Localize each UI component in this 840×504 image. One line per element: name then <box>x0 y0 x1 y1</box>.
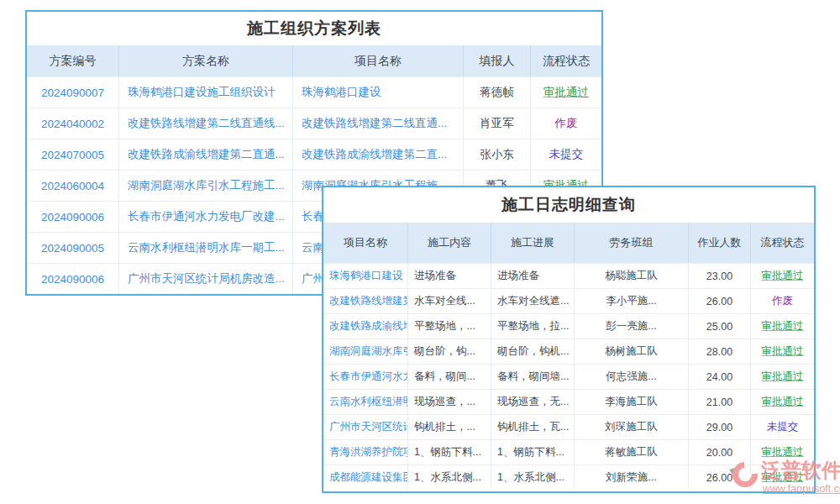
status-cell[interactable]: 未提交 <box>531 139 601 170</box>
daily-log-header-content: 施工内容 <box>408 223 491 263</box>
status-cell[interactable]: 审批通过 <box>751 365 814 389</box>
plan-name-cell[interactable]: 改建铁路线增建第二线直通线... <box>119 108 293 139</box>
plan-id-cell[interactable]: 2024090007 <box>27 77 119 108</box>
project-name-cell[interactable]: 珠海鹤港口建设 <box>293 77 464 108</box>
status-cell[interactable]: 未提交 <box>751 415 814 439</box>
work-progress-cell: 1、钢筋下料... <box>491 440 575 465</box>
worker-count-cell: 28.00 <box>689 339 751 364</box>
labor-team-cell: 彭一亮施... <box>575 314 689 339</box>
daily-log-title: 施工日志明细查询 <box>323 187 814 223</box>
project-name-cell[interactable]: 改建铁路线增建第二线直通线 <box>323 289 408 313</box>
work-progress-cell: 钩机排土，瓦... <box>491 415 575 439</box>
work-content-cell: 1、钢筋下料... <box>408 440 491 465</box>
work-content-cell: 水车对全线... <box>408 289 491 313</box>
plan-list-row[interactable]: 2024090007 珠海鹤港口建设施工组织设计 珠海鹤港口建设 蒋德帧 审批通… <box>27 76 601 108</box>
work-content-cell: 1、水系北侧... <box>408 465 491 490</box>
plan-list-header-id: 方案编号 <box>27 45 119 76</box>
screen: 施工组织方案列表 方案编号 方案名称 项目名称 填报人 流程状态 2024090… <box>0 0 840 504</box>
daily-log-header-status: 流程状态 <box>751 223 814 263</box>
labor-team-cell: 何志强施... <box>575 365 689 389</box>
plan-name-cell[interactable]: 长春市伊通河水力发电厂改建... <box>119 202 293 232</box>
daily-log-row[interactable]: 云南水利枢纽潜明水库 现场巡查，... 现场巡查，无... 李海施工队 21.0… <box>323 389 814 414</box>
daily-log-row[interactable]: 改建铁路成渝线增建第二直通 平整场地，... 平整场地，拉... 彭一亮施...… <box>323 313 814 339</box>
reporter-cell: 张小东 <box>464 139 531 170</box>
plan-id-cell[interactable]: 2024090006 <box>27 202 119 232</box>
plan-id-cell[interactable]: 2024090006 <box>27 264 119 294</box>
vendor-watermark: 泛普软件 www.fanpusoft.com <box>721 449 840 499</box>
work-progress-cell: 现场巡查，无... <box>491 390 575 414</box>
work-progress-cell: 1、水系北侧... <box>491 465 575 490</box>
vendor-brand-text: 泛普软件 <box>761 457 840 484</box>
worker-count-cell: 26.00 <box>689 289 751 313</box>
daily-log-row[interactable]: 珠海鹤港口建设 进场准备 进场准备 杨聪施工队 23.00 审批通过 <box>323 263 814 288</box>
project-name-cell[interactable]: 改建铁路成渝线增建第二直... <box>293 139 464 170</box>
status-cell[interactable]: 审批通过 <box>531 77 601 108</box>
project-name-cell[interactable]: 云南水利枢纽潜明水库 <box>323 390 408 414</box>
work-progress-cell: 备料，砌间墙... <box>491 365 575 389</box>
status-cell[interactable]: 作废 <box>751 289 814 313</box>
labor-team-cell: 杨聪施工队 <box>575 264 689 288</box>
plan-list-header-status: 流程状态 <box>531 45 601 76</box>
plan-list-header-row: 方案编号 方案名称 项目名称 填报人 流程状态 <box>27 45 601 76</box>
worker-count-cell: 24.00 <box>689 365 751 389</box>
work-content-cell: 备料，砌间... <box>408 365 491 389</box>
project-name-cell[interactable]: 珠海鹤港口建设 <box>323 264 408 288</box>
plan-name-cell[interactable]: 湖南洞庭湖水库引水工程施工... <box>119 171 293 201</box>
plan-id-cell[interactable]: 2024090005 <box>27 233 119 263</box>
daily-log-header-project: 项目名称 <box>323 223 408 263</box>
daily-log-header-team: 劳务班组 <box>575 223 689 263</box>
daily-log-row[interactable]: 改建铁路线增建第二线直通线 水车对全线... 水车对全线遮... 李小平施...… <box>323 288 814 313</box>
daily-log-header-progress: 施工进展 <box>491 223 575 263</box>
worker-count-cell: 21.00 <box>689 390 751 414</box>
status-cell[interactable]: 审批通过 <box>751 314 814 339</box>
work-content-cell: 砌台阶，钩... <box>408 339 491 364</box>
vendor-url-link[interactable]: www.fanpusoft.com <box>763 483 840 495</box>
status-cell[interactable]: 审批通过 <box>751 264 814 288</box>
daily-log-header-row: 项目名称 施工内容 施工进展 劳务班组 作业人数 流程状态 <box>323 223 814 263</box>
project-name-cell[interactable]: 青海洪湖养护院项目 <box>323 440 408 465</box>
labor-team-cell: 蒋敏施工队 <box>575 440 689 465</box>
labor-team-cell: 刘琛施工队 <box>575 415 689 439</box>
plan-list-row[interactable]: 2024070005 改建铁路成渝线增建第二直通... 改建铁路成渝线增建第二直… <box>27 139 601 170</box>
daily-log-window: 施工日志明细查询 项目名称 施工内容 施工进展 劳务班组 作业人数 流程状态 珠… <box>322 186 816 493</box>
plan-name-cell[interactable]: 改建铁路成渝线增建第二直通... <box>119 139 293 170</box>
reporter-cell: 肖亚军 <box>464 108 531 139</box>
plan-name-cell[interactable]: 广州市天河区统计局机房改造... <box>119 264 293 294</box>
project-name-cell[interactable]: 改建铁路成渝线增建第二直通 <box>323 314 408 339</box>
plan-list-header-plan: 方案名称 <box>119 45 293 76</box>
worker-count-cell: 25.00 <box>689 314 751 339</box>
plan-name-cell[interactable]: 珠海鹤港口建设施工组织设计 <box>119 77 293 108</box>
status-cell[interactable]: 审批通过 <box>751 390 814 414</box>
daily-log-row[interactable]: 长春市伊通河水力发电厂 备料，砌间... 备料，砌间墙... 何志强施... 2… <box>323 364 814 389</box>
work-content-cell: 平整场地，... <box>408 314 491 339</box>
project-name-cell[interactable]: 湖南洞庭湖水库引水工程 <box>323 339 408 364</box>
plan-id-cell[interactable]: 2024060004 <box>27 171 119 201</box>
plan-id-cell[interactable]: 2024040002 <box>27 108 119 139</box>
project-name-cell[interactable]: 长春市伊通河水力发电厂 <box>323 365 408 389</box>
work-progress-cell: 平整场地，拉... <box>491 314 575 339</box>
worker-count-cell: 23.00 <box>689 264 751 288</box>
work-content-cell: 进场准备 <box>408 264 491 288</box>
labor-team-cell: 李海施工队 <box>575 390 689 414</box>
plan-list-title: 施工组织方案列表 <box>27 12 601 45</box>
work-content-cell: 钩机排土，... <box>408 415 491 439</box>
project-name-cell[interactable]: 成都能源建设集团 <box>323 465 408 490</box>
plan-list-header-reporter: 填报人 <box>464 45 531 76</box>
work-progress-cell: 水车对全线遮... <box>491 289 575 313</box>
labor-team-cell: 李小平施... <box>575 289 689 313</box>
plan-name-cell[interactable]: 云南水利枢纽潜明水库一期工... <box>119 233 293 263</box>
daily-log-row[interactable]: 广州市天河区统计局 钩机排土，... 钩机排土，瓦... 刘琛施工队 29.00… <box>323 414 814 439</box>
plan-id-cell[interactable]: 2024070005 <box>27 139 119 170</box>
status-cell[interactable]: 审批通过 <box>751 339 814 364</box>
daily-log-row[interactable]: 湖南洞庭湖水库引水工程 砌台阶，钩... 砌台阶，钩机... 杨树施工队 28.… <box>323 339 814 364</box>
labor-team-cell: 杨树施工队 <box>575 339 689 364</box>
project-name-cell[interactable]: 改建铁路线增建第二线直通... <box>293 108 464 139</box>
work-content-cell: 现场巡查，... <box>408 390 491 414</box>
reporter-cell: 蒋德帧 <box>464 77 531 108</box>
project-name-cell[interactable]: 广州市天河区统计局 <box>323 415 408 439</box>
status-cell[interactable]: 作废 <box>531 108 601 139</box>
plan-list-row[interactable]: 2024040002 改建铁路线增建第二线直通线... 改建铁路线增建第二线直通… <box>27 108 601 139</box>
work-progress-cell: 砌台阶，钩机... <box>491 339 575 364</box>
daily-log-header-workers: 作业人数 <box>689 223 751 263</box>
plan-list-header-project: 项目名称 <box>293 45 464 76</box>
